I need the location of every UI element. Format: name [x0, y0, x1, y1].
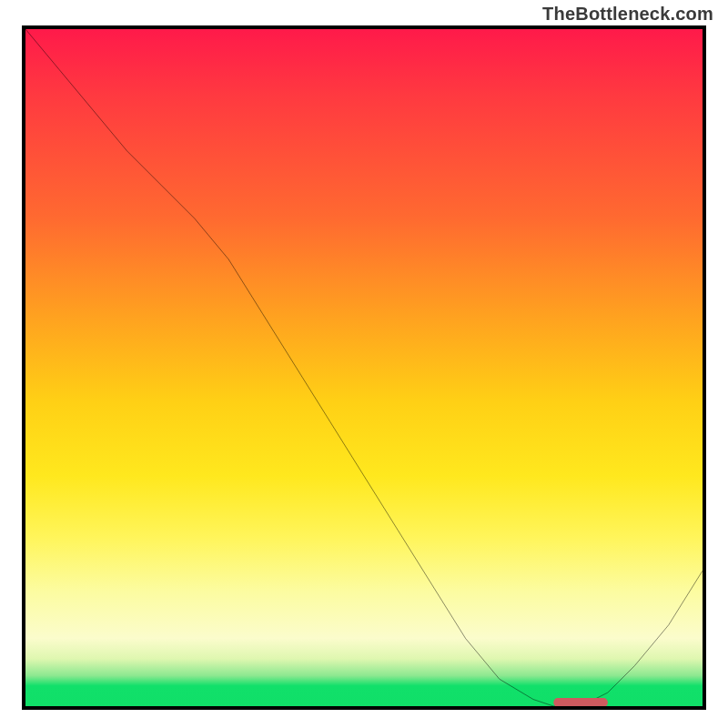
bottleneck-curve-path: [25, 29, 703, 706]
plot-frame: [22, 25, 706, 710]
optimal-range-marker: [553, 698, 608, 706]
watermark-text: TheBottleneck.com: [542, 4, 713, 25]
bottleneck-chart: TheBottleneck.com: [0, 0, 728, 728]
curve-layer: [25, 29, 703, 706]
plot-area: [25, 29, 703, 706]
